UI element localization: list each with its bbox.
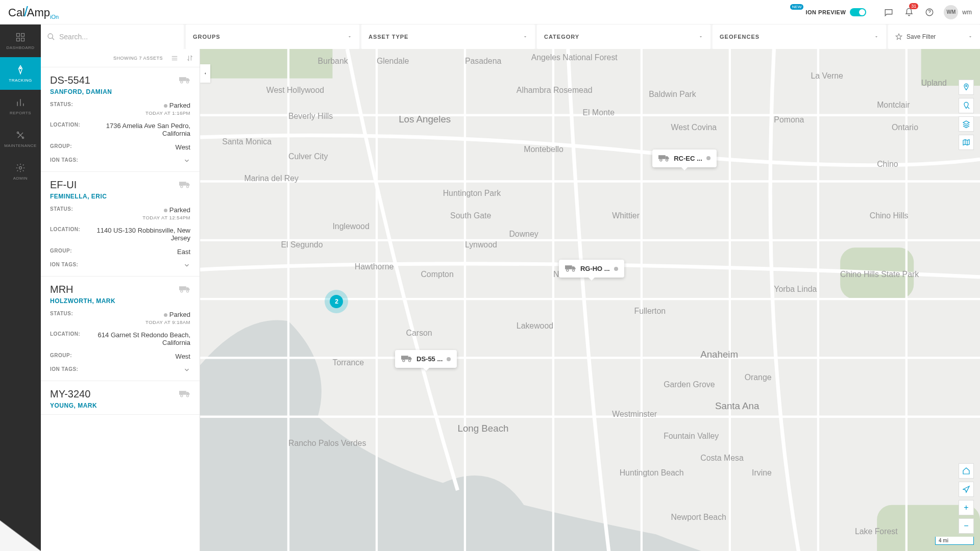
ion-preview-toggle[interactable] bbox=[850, 8, 866, 16]
chevron-down-icon bbox=[347, 34, 352, 39]
help-icon[interactable] bbox=[921, 4, 938, 20]
ion-preview-label: ION PREVIEW bbox=[805, 9, 846, 15]
svg-rect-1 bbox=[17, 33, 20, 36]
avatar[interactable]: WM bbox=[944, 5, 958, 19]
logo: Cal/AmpiOn bbox=[8, 4, 59, 20]
search-icon bbox=[47, 33, 55, 41]
svg-rect-2 bbox=[21, 33, 24, 36]
save-filter-button[interactable]: Save Filter bbox=[888, 24, 980, 49]
search-input[interactable] bbox=[59, 33, 178, 41]
dashboard-icon bbox=[15, 32, 26, 42]
new-badge: NEW bbox=[790, 4, 804, 10]
svg-rect-4 bbox=[21, 38, 24, 41]
username: wm bbox=[962, 9, 972, 16]
nav-dashboard[interactable]: DASHBOARD bbox=[0, 24, 41, 49]
search-box[interactable] bbox=[41, 24, 184, 49]
bell-icon[interactable]: 31 bbox=[901, 4, 917, 20]
filter-category[interactable]: CATEGORY bbox=[537, 24, 710, 49]
chevron-down-icon bbox=[968, 34, 973, 39]
chevron-down-icon bbox=[523, 34, 528, 39]
chevron-down-icon bbox=[698, 34, 703, 39]
star-icon bbox=[895, 33, 902, 40]
notification-count: 31 bbox=[909, 3, 918, 9]
chevron-down-icon bbox=[874, 34, 879, 39]
chat-icon[interactable] bbox=[880, 4, 897, 20]
filterbar: GROUPS ASSET TYPE CATEGORY GEOFENCES Sav… bbox=[0, 24, 980, 49]
svg-rect-3 bbox=[17, 38, 20, 41]
topbar: Cal/AmpiOn NEW ION PREVIEW 31 WM wm bbox=[0, 0, 980, 24]
filter-groups[interactable]: GROUPS bbox=[186, 24, 359, 49]
filter-geofences[interactable]: GEOFENCES bbox=[713, 24, 886, 49]
filter-asset-type[interactable]: ASSET TYPE bbox=[361, 24, 535, 49]
svg-point-9 bbox=[48, 34, 53, 38]
leftnav: DASHBOARD TRACKING REPORTS MAINTENANCE A… bbox=[0, 24, 41, 49]
